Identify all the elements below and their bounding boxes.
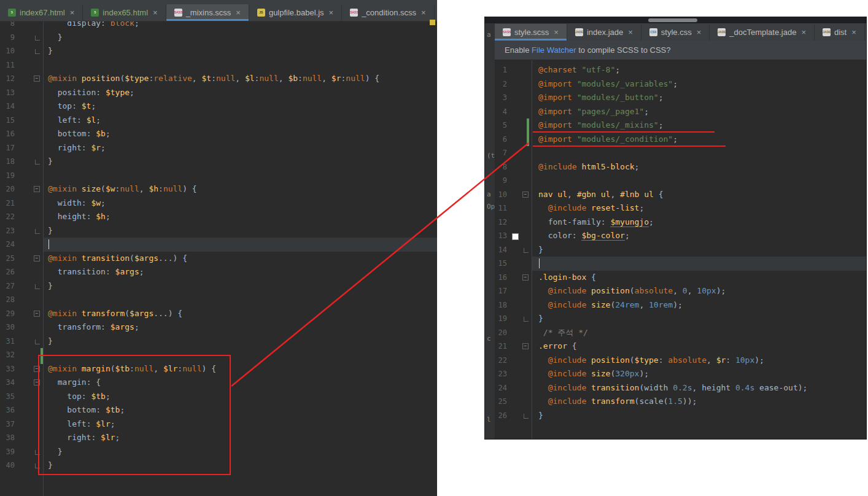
fold-end-marker-icon[interactable]	[35, 36, 40, 41]
tab-style.scss[interactable]: SASSstyle.scss×	[495, 24, 567, 41]
code-line-16[interactable]: 16−.login-box {	[495, 271, 866, 285]
fold-end-marker-icon[interactable]	[524, 248, 529, 253]
code-text	[43, 293, 437, 307]
code-line-11[interactable]: 11 @include reset-list;	[495, 201, 866, 215]
fold-end-marker-icon[interactable]	[35, 49, 40, 54]
tab-index.jade[interactable]: JADEindex.jade×	[567, 24, 641, 41]
code-line-20[interactable]: 20 /* 주석 */	[495, 326, 866, 340]
code-line-2[interactable]: 2@import "modules/_variables";	[495, 77, 866, 91]
code-line-14[interactable]: 14}	[495, 243, 866, 257]
line-number: 20	[495, 326, 507, 340]
fold-end-marker-icon[interactable]	[35, 160, 40, 165]
code-line-24[interactable]: 24	[0, 238, 437, 252]
code-line-29[interactable]: 29−@mixin transform($args...) {	[0, 307, 437, 321]
code-line-15[interactable]: 15 left: $l;	[0, 114, 437, 128]
tab-dist[interactable]: JADEdist×	[815, 24, 865, 41]
code-line-31[interactable]: 31}	[0, 335, 437, 349]
code-line-8[interactable]: 8@include html5-block;	[495, 160, 866, 174]
code-line-12[interactable]: 12 font-family: $myungjo;	[495, 215, 866, 230]
jade-file-icon: JADE	[575, 28, 583, 36]
code-line-26[interactable]: 26 transition: $args;	[0, 265, 437, 279]
close-icon[interactable]: ×	[236, 8, 241, 17]
code-line-11[interactable]: 11	[0, 58, 437, 72]
close-icon[interactable]: ×	[554, 28, 559, 37]
code-line-9[interactable]: 9	[495, 174, 866, 188]
code-line-27[interactable]: 27}	[0, 279, 437, 293]
fold-marker-icon[interactable]: −	[34, 76, 40, 82]
close-icon[interactable]: ×	[851, 28, 856, 37]
code-line-18[interactable]: 18 @include size(24rem, 10rem);	[495, 298, 866, 312]
code-line-5[interactable]: 5@import "modules/_mixins";	[495, 118, 866, 133]
fold-marker-icon[interactable]: −	[522, 274, 529, 281]
tab-index65.html[interactable]: 5index65.html×	[83, 4, 166, 21]
fold-end-marker-icon[interactable]	[35, 229, 40, 234]
close-icon[interactable]: ×	[697, 28, 702, 37]
file-watcher-link[interactable]: File Watcher	[532, 45, 576, 55]
tab-_condition.scss[interactable]: SASS_condition.scss×	[342, 4, 434, 21]
fold-end-marker-icon[interactable]	[524, 414, 529, 419]
fold-end-marker-icon[interactable]	[524, 317, 529, 322]
code-line-28[interactable]: 28	[0, 293, 437, 307]
code-line-13[interactable]: 13 color: $bg-color;	[495, 229, 866, 243]
fold-marker-icon[interactable]: −	[34, 311, 40, 317]
code-line-24[interactable]: 24 @include transition(width 0.2s, heigh…	[495, 381, 866, 395]
close-icon[interactable]: ×	[801, 28, 806, 37]
line-number: 21	[0, 196, 15, 211]
code-line-22[interactable]: 22 height: $h;	[0, 210, 437, 224]
tab-_docTemplate.jade[interactable]: JADE_docTemplate.jade×	[710, 24, 815, 41]
code-line-13[interactable]: 13 position: $type;	[0, 86, 437, 100]
code-line-19[interactable]: 19}	[495, 312, 866, 326]
code-line-30[interactable]: 30 transform: $args;	[0, 320, 437, 335]
code-line-10[interactable]: 10}	[0, 44, 437, 58]
code-line-22[interactable]: 22 @include position($type: absolute, $r…	[495, 354, 866, 368]
line-number: 17	[495, 284, 507, 298]
code-line-25[interactable]: 25−@mixin transition($args...) {	[0, 252, 437, 266]
code-line-12[interactable]: 12−@mixin position($type:relative, $t:nu…	[0, 72, 437, 86]
fold-marker-icon[interactable]: −	[522, 192, 529, 198]
fold-end-marker-icon[interactable]	[35, 284, 40, 289]
code-line-25[interactable]: 25 @include transform(scale(1.5));	[495, 395, 866, 409]
code-token: :	[572, 231, 582, 240]
right-editor[interactable]: 1@charset "utf-8";2@import "modules/_var…	[495, 60, 866, 439]
code-line-10[interactable]: 10−nav ul, #gbn ul, #lnb ul {	[495, 188, 866, 202]
tab-style.css[interactable]: CSSstyle.css×	[641, 24, 710, 41]
code-token: .error	[538, 341, 567, 351]
close-icon[interactable]: ×	[70, 8, 75, 17]
code-line-8[interactable]: 8 display: block;	[0, 21, 437, 31]
color-preview-chip[interactable]	[512, 233, 519, 240]
code-line-4[interactable]: 4@import "pages/_page1";	[495, 105, 866, 119]
code-line-7[interactable]: 7	[495, 146, 866, 160]
code-line-14[interactable]: 14 top: $t;	[0, 99, 437, 114]
text-caret	[539, 258, 540, 268]
code-line-21[interactable]: 21−.error {	[495, 339, 866, 354]
code-line-19[interactable]: 19	[0, 169, 437, 183]
tab-gulpfile.babel.js[interactable]: JSgulpfile.babel.js×	[249, 4, 342, 21]
scrollbar-warning-stripe[interactable]	[430, 20, 435, 25]
code-line-26[interactable]: 26}	[495, 409, 866, 423]
code-line-23[interactable]: 23 @include size(320px);	[495, 367, 866, 381]
code-line-17[interactable]: 17 right: $r;	[0, 141, 437, 155]
close-icon[interactable]: ×	[421, 8, 426, 17]
code-line-23[interactable]: 23}	[0, 224, 437, 238]
close-icon[interactable]: ×	[329, 8, 334, 17]
code-line-20[interactable]: 20−@mixin size($w:null, $h:null) {	[0, 182, 437, 196]
tab-_mixins.scss[interactable]: SASS_mixins.scss×	[166, 4, 249, 21]
close-icon[interactable]: ×	[628, 28, 633, 37]
fold-end-marker-icon[interactable]	[35, 339, 40, 344]
code-line-21[interactable]: 21 width: $w;	[0, 196, 437, 211]
tab-index67.html[interactable]: 5index67.html×	[0, 4, 83, 21]
fold-marker-icon[interactable]: −	[522, 343, 529, 349]
fold-marker-icon[interactable]: −	[34, 186, 40, 192]
code-line-18[interactable]: 18}	[0, 155, 437, 169]
code-line-3[interactable]: 3@import "modules/_button";	[495, 91, 866, 105]
code-line-6[interactable]: 6@import "modules/_condition";	[495, 133, 866, 147]
code-line-16[interactable]: 16 bottom: $b;	[0, 127, 437, 141]
code-text: @include transform(scale(1.5));	[532, 395, 866, 409]
code-line-1[interactable]: 1@charset "utf-8";	[495, 63, 866, 77]
fold-marker-icon[interactable]: −	[34, 255, 40, 262]
close-icon[interactable]: ×	[153, 8, 158, 17]
code-line-15[interactable]: 15	[495, 257, 866, 271]
code-line-17[interactable]: 17 @include position(absolute, 0, 10px);	[495, 284, 866, 298]
code-line-9[interactable]: 9 }	[0, 31, 437, 45]
vcs-change-bar[interactable]	[527, 118, 529, 146]
